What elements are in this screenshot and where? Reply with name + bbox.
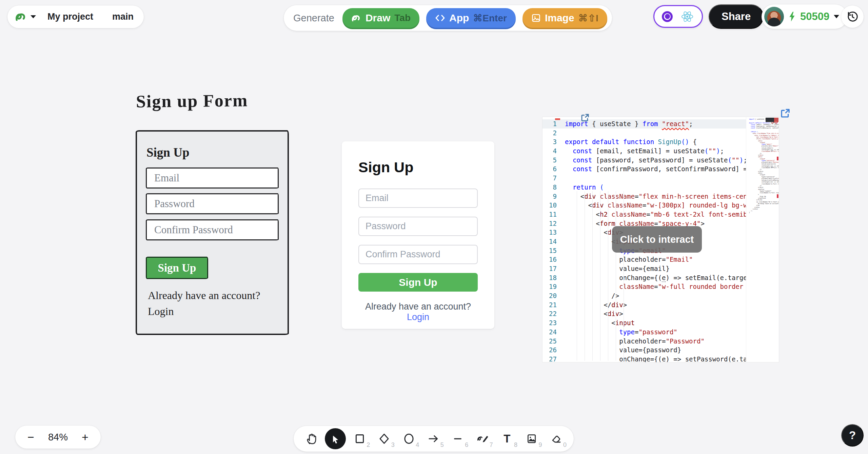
- open-code-external-icon[interactable]: [580, 113, 590, 122]
- minimap-slider[interactable]: [766, 118, 778, 122]
- sketch-heading[interactable]: Sign Up: [146, 145, 189, 160]
- tool-eraser[interactable]: 0: [546, 428, 567, 449]
- tool-image[interactable]: 9: [521, 428, 542, 449]
- indent-guide: [585, 191, 585, 361]
- image-shortcut: ⌘⇧I: [578, 13, 598, 24]
- indent-guide: [600, 191, 600, 361]
- line-icon: [453, 434, 463, 444]
- sketch-email-field[interactable]: Email: [146, 167, 279, 189]
- tool-shortcut: 7: [490, 441, 493, 449]
- record-icon[interactable]: [662, 11, 673, 22]
- app-shortcut: ⌘Enter: [473, 13, 507, 24]
- login-caption-text: Already have an account?: [365, 301, 471, 312]
- draw-shortcut: Tab: [394, 13, 411, 23]
- overview-ruler-mark: [777, 157, 778, 160]
- tool-rectangle[interactable]: 2: [349, 428, 370, 449]
- tool-shortcut: 6: [465, 441, 468, 449]
- image-tool-icon: [526, 433, 537, 444]
- generate-app-button[interactable]: App ⌘Enter: [426, 8, 516, 28]
- sketch-signup-frame[interactable]: Sign Up Email Password Confirm Password …: [136, 130, 289, 335]
- chevron-down-icon: [834, 15, 839, 18]
- image-button-label: Image: [545, 12, 574, 24]
- history-button[interactable]: [841, 5, 864, 28]
- mode-toggle[interactable]: [653, 5, 703, 28]
- account-menu[interactable]: 50509: [762, 4, 847, 29]
- indent-guide: [608, 191, 608, 361]
- login-link[interactable]: Login: [407, 312, 429, 322]
- sketch-footer-line2: Login: [148, 303, 260, 319]
- diamond-icon: [378, 433, 390, 445]
- open-preview-external-icon[interactable]: [780, 108, 790, 119]
- generate-toolbar: Generate Draw Tab App ⌘Enter Image ⌘⇧I: [284, 5, 612, 31]
- project-menu[interactable]: My project main: [7, 5, 144, 28]
- indent-guide: [577, 191, 577, 361]
- tool-draw[interactable]: 7: [472, 428, 493, 449]
- app-preview-card[interactable]: Sign Up Sign Up Already have an account?…: [342, 141, 494, 329]
- pencil-scribble-icon: [476, 433, 489, 445]
- click-to-interact-tooltip: Click to interact: [612, 226, 702, 253]
- branch-name[interactable]: main: [112, 12, 134, 22]
- generate-image-button[interactable]: Image ⌘⇧I: [522, 8, 607, 28]
- draw-button-label: Draw: [366, 12, 390, 24]
- tool-shortcut: 8: [514, 441, 517, 449]
- cursor-icon: [330, 434, 340, 444]
- app-preview-heading: Sign Up: [358, 159, 478, 176]
- generate-draw-button[interactable]: Draw Tab: [342, 8, 419, 28]
- sketch-footer-text[interactable]: Already have an account? Login: [148, 288, 260, 319]
- sketch-password-field[interactable]: Password: [146, 193, 279, 214]
- bolt-icon: [788, 12, 796, 22]
- project-title[interactable]: My project: [47, 12, 93, 22]
- sketch-footer-line1: Already have an account?: [148, 288, 260, 303]
- text-tool-icon: T: [504, 432, 510, 445]
- email-input[interactable]: [358, 189, 478, 208]
- tool-shortcut: 4: [416, 441, 419, 449]
- avatar: [764, 7, 784, 26]
- zoom-controls: − 84% +: [15, 426, 101, 449]
- app-logo-menu[interactable]: [15, 12, 36, 22]
- chevron-down-icon: [31, 15, 36, 18]
- app-button-label: App: [449, 12, 469, 24]
- tool-shortcut: 2: [367, 441, 370, 449]
- login-caption: Already have an account? Login: [358, 301, 478, 322]
- app-logo-squiggle-icon: [15, 12, 27, 22]
- code-minimap[interactable]: import { useState } from "react"; export…: [746, 117, 779, 362]
- generate-label: Generate: [293, 13, 334, 24]
- sketch-confirm-password-field[interactable]: Confirm Password: [146, 219, 279, 240]
- tool-select[interactable]: [325, 428, 346, 449]
- share-button[interactable]: Share: [709, 4, 764, 29]
- tool-arrow[interactable]: 5: [422, 428, 444, 449]
- tool-ellipse[interactable]: 4: [398, 428, 419, 449]
- tool-diamond[interactable]: 3: [373, 428, 395, 449]
- zoom-out-button[interactable]: −: [24, 431, 38, 444]
- zoom-in-button[interactable]: +: [78, 431, 92, 444]
- code-brackets-icon: [435, 14, 445, 22]
- tool-hand[interactable]: [300, 428, 322, 449]
- history-clock-icon: [846, 10, 859, 23]
- drawing-toolbar: 2 3 4 5 6 7 T 8: [294, 426, 574, 452]
- sketch-signup-button[interactable]: Sign Up: [146, 257, 208, 279]
- tool-line[interactable]: 6: [447, 428, 469, 449]
- tool-shortcut: 0: [563, 441, 567, 449]
- minimap-error-mark: [555, 118, 560, 120]
- overview-ruler-mark: [777, 194, 778, 198]
- help-button[interactable]: ?: [841, 424, 864, 447]
- indent-guide: [616, 191, 616, 361]
- password-input[interactable]: [358, 217, 478, 236]
- arrow-right-icon: [428, 434, 439, 444]
- image-icon: [531, 13, 541, 23]
- eraser-icon: [550, 433, 562, 444]
- draw-squiggle-icon: [351, 14, 361, 22]
- sketch-title[interactable]: Sign up Form: [136, 90, 248, 111]
- tool-shortcut: 9: [539, 441, 542, 449]
- confirm-password-input[interactable]: [358, 245, 478, 264]
- credits-count: 50509: [800, 11, 829, 23]
- react-icon[interactable]: [680, 10, 694, 23]
- rectangle-icon: [354, 433, 366, 444]
- indent-guide: [592, 191, 593, 361]
- signup-submit-button[interactable]: Sign Up: [358, 273, 478, 292]
- indent-guide: [624, 191, 624, 361]
- tool-shortcut: 3: [391, 441, 395, 449]
- zoom-level[interactable]: 84%: [48, 432, 68, 443]
- ellipse-icon: [403, 433, 415, 445]
- tool-text[interactable]: T 8: [496, 428, 518, 449]
